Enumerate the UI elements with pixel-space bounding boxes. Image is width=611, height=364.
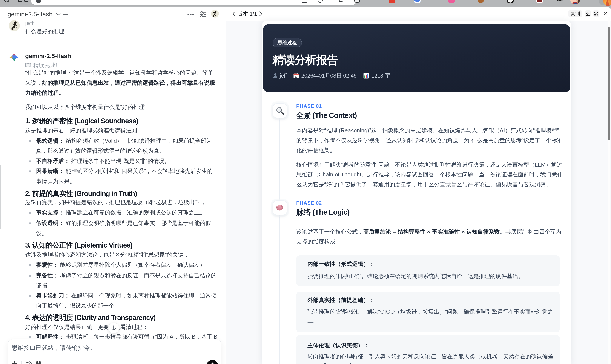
card-title: 内部一致性（形式逻辑）： bbox=[307, 260, 374, 268]
report-panel: 版本 1/1 复制 思维过程 精读分析报告 bbox=[226, 7, 611, 364]
version-next-icon[interactable] bbox=[259, 11, 262, 16]
extension-icon-blue[interactable] bbox=[414, 0, 421, 3]
report-meta: jeff 17 2026年01月08日 02:45 1213 字 bbox=[273, 72, 390, 79]
list-item-text: 推理建立在可靠的数据、准确的观测或公认的真理之上。 bbox=[64, 209, 205, 216]
formula-lead-text: 该论述基于一个核心公式： bbox=[296, 228, 363, 235]
phase-2-label: PHASE 02 bbox=[296, 200, 322, 206]
phase-1-title: 全景 (The Context) bbox=[296, 110, 357, 120]
extension-icon-pink[interactable] bbox=[448, 0, 455, 3]
chat-panel: gemini-2.5-flash bbox=[0, 7, 226, 364]
arrow-down-icon bbox=[111, 325, 116, 331]
bullet-dot bbox=[29, 275, 31, 277]
bullet-dot bbox=[29, 264, 31, 266]
translate-icon[interactable] bbox=[318, 0, 323, 3]
message-author: jeff bbox=[25, 20, 34, 27]
close-panel-icon[interactable] bbox=[603, 12, 608, 16]
avatar bbox=[9, 20, 20, 31]
expand-icon bbox=[594, 11, 598, 16]
list-item-text: 考虑了对立的观点和潜在的反证，而不是只选择支持自己结论的 证据。 bbox=[36, 272, 216, 289]
section-heading-4: 4. 表达的透明度 (Clarity and Transparency) bbox=[25, 313, 155, 323]
phase-1-paragraph-1: 本内容是对“推理 (Reasoning)”这一抽象概念的高层建模。在知识爆炸与人… bbox=[296, 126, 563, 155]
composer-divider bbox=[21, 361, 22, 364]
list-item-text: 能够识别并尽量排除个人偏见（如幸存者偏差、确认偏差）。 bbox=[58, 261, 211, 268]
reload-icon[interactable] bbox=[4, 0, 10, 2]
list-item-text: 推理链条中不能出现“既是又非”的情况。 bbox=[70, 158, 170, 164]
timeline-line bbox=[279, 118, 280, 200]
list-item-term: 客观性： bbox=[36, 261, 58, 268]
extension-icon-brown[interactable] bbox=[478, 0, 484, 3]
paragraph-bold-text: 好的推理是从已知信息出发，通过严密的逻辑路径，得出可靠且有说服 力结论的过程。 bbox=[25, 79, 215, 96]
list-item: 奥卡姆剃刀： 在解释同一个现象时，如果两种推理都能站得住脚，通常倾 向于最简单、… bbox=[36, 290, 216, 311]
tab-group-icon[interactable] bbox=[18, 0, 22, 2]
card-body: 转向推理者的心理特征。引入奥卡姆剃刀和反向论证，旨在克服人类（或机器）天然存在的… bbox=[307, 352, 553, 364]
report-header-card: 思维过程 精读分析报告 jeff 17 2026年01月08日 02:45 bbox=[263, 24, 570, 92]
browser-url-bar[interactable]: spa//chat-docs.project/reading-report/an… bbox=[31, 0, 357, 5]
report-title: 精读分析报告 bbox=[273, 52, 338, 68]
chevron-down-icon[interactable] bbox=[56, 13, 61, 16]
new-chat-plus-icon[interactable] bbox=[63, 12, 68, 17]
bookmark-star-icon[interactable] bbox=[338, 0, 344, 3]
bullet-dot bbox=[29, 222, 31, 224]
more-options-icon[interactable] bbox=[187, 13, 194, 15]
list-item: 假设透明： 好的推理会明确指明哪些是已知事实，哪些是基于可能的假 设。 bbox=[36, 218, 211, 238]
page-scrollbar-thumb[interactable] bbox=[608, 27, 610, 140]
version-label: 版本 1/1 bbox=[237, 10, 257, 17]
bullet-dot bbox=[29, 336, 31, 338]
list-item-term: 形式逻辑： bbox=[36, 138, 64, 144]
site-info-icon[interactable] bbox=[36, 0, 41, 3]
composer-input[interactable]: 思维接口已就绪，请传输指令。 bbox=[12, 344, 96, 352]
chat-scrollbar[interactable] bbox=[0, 165, 1, 230]
fullscreen-button[interactable] bbox=[593, 10, 599, 17]
settings-sliders-icon[interactable] bbox=[200, 11, 206, 17]
phase-1-node bbox=[273, 103, 287, 118]
section-1-intro: 这是推理的基石。好的推理必须遵循逻辑法则： bbox=[25, 126, 226, 136]
list-item-term: 假设透明： bbox=[36, 220, 64, 226]
model-selector[interactable]: gemini-2.5-flash bbox=[8, 11, 53, 18]
card-title: 主体伦理（认识美德）： bbox=[307, 342, 369, 349]
phase-1-label: PHASE 01 bbox=[296, 103, 322, 109]
download-button[interactable] bbox=[585, 10, 591, 17]
browser-profile-avatar[interactable] bbox=[603, 0, 611, 6]
download-icon bbox=[585, 11, 590, 16]
user-message-text: 什么是好的推理 bbox=[25, 27, 226, 36]
extension-icon-eyes[interactable] bbox=[506, 0, 514, 3]
bullet-dot bbox=[29, 295, 31, 297]
brain-icon bbox=[276, 205, 284, 211]
assistant-paragraph-2: 我们可以从以下四个维度来衡量什么是“好的推理”： bbox=[25, 102, 226, 112]
bar-chart-icon bbox=[363, 73, 369, 79]
page-scrollbar[interactable] bbox=[608, 17, 610, 364]
list-item-term: 完备性： bbox=[36, 272, 58, 279]
report-badge: 思维过程 bbox=[273, 38, 302, 48]
app-window: gemini-2.5-flash bbox=[0, 7, 611, 364]
composer: 思维接口已就绪，请传输指令。 bbox=[8, 339, 221, 364]
section-3-intro: 这涉及推理者的心态和方法论，也是区分“杠精”和“思想家”的关键： bbox=[25, 250, 226, 260]
bullet-dot bbox=[29, 170, 31, 172]
skills-diamond-icon[interactable] bbox=[26, 361, 32, 364]
browser-toolbar: spa//chat-docs.project/reading-report/an… bbox=[0, 0, 611, 7]
attach-plus-icon[interactable] bbox=[12, 361, 17, 364]
section-heading-3: 3. 认知的公正性 (Epistemic Virtues) bbox=[25, 240, 133, 250]
copy-button[interactable]: 复制 bbox=[568, 10, 582, 17]
phase-2-node bbox=[273, 200, 287, 215]
card-title: 外部真实性（前提基础）： bbox=[307, 296, 374, 304]
reading-mode-icon[interactable] bbox=[302, 0, 307, 3]
user-avatar[interactable] bbox=[211, 10, 219, 18]
magnifier-icon bbox=[276, 107, 284, 115]
version-prev-icon[interactable] bbox=[232, 11, 235, 16]
list-item-term: 奥卡姆剃刀： bbox=[36, 292, 70, 299]
bookmark-icon[interactable] bbox=[36, 361, 41, 364]
voice-wave-button[interactable] bbox=[207, 360, 218, 364]
list-item-term: 事实支撑： bbox=[36, 209, 64, 216]
profile-face-avatar[interactable] bbox=[570, 0, 580, 4]
extension-icon-dots[interactable] bbox=[557, 0, 563, 2]
extension-icon-glasses[interactable] bbox=[354, 0, 360, 3]
formula-bold-text: 高质量结论 = 结构完整性 × 事实准确性 × 认知自律系数 bbox=[363, 228, 500, 235]
extension-icon-red[interactable] bbox=[389, 0, 395, 3]
scroll-to-bottom-button[interactable] bbox=[108, 323, 119, 334]
tab-group-icon-2[interactable] bbox=[24, 0, 28, 2]
list-item: 形式逻辑： 结构必须有效（Valid）。比如演绎推理中，如果前提全部为 真，那么… bbox=[36, 136, 212, 156]
bullet-dot bbox=[29, 160, 31, 162]
extension-icon-maroon[interactable] bbox=[536, 0, 543, 3]
list-item-term: 不自相矛盾： bbox=[36, 158, 70, 164]
meta-date: 2026年01月08日 02:45 bbox=[301, 72, 357, 79]
